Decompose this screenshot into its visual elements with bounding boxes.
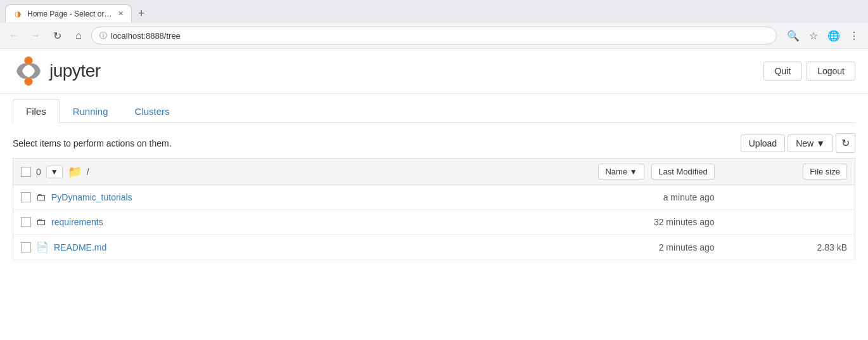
logout-button[interactable]: Logout bbox=[807, 62, 855, 81]
name-sort-button[interactable]: Name ▼ bbox=[598, 164, 644, 180]
svg-point-1 bbox=[25, 77, 33, 86]
refresh-button[interactable]: ↻ bbox=[836, 133, 855, 153]
sort-down-icon: ▼ bbox=[630, 167, 637, 176]
upload-button[interactable]: Upload bbox=[741, 134, 785, 152]
file-link[interactable]: requirements bbox=[51, 217, 103, 227]
new-button[interactable]: New ▼ bbox=[788, 134, 833, 152]
folder-icon: 🗀 bbox=[36, 216, 46, 228]
table-row: 📄 README.md 2 minutes ago 2.83 kB bbox=[13, 235, 855, 260]
file-checkbox[interactable] bbox=[21, 192, 31, 202]
bookmark-button[interactable]: ☆ bbox=[805, 27, 822, 44]
url-bar[interactable]: ⓘ localhost:8888/tree bbox=[91, 27, 777, 44]
reload-button[interactable]: ↻ bbox=[48, 27, 66, 44]
file-modified: 32 minutes ago bbox=[501, 210, 722, 235]
forward-button[interactable]: → bbox=[27, 27, 44, 44]
profile-button[interactable]: 🌐 bbox=[825, 27, 843, 44]
svg-point-0 bbox=[25, 56, 33, 65]
select-all-checkbox[interactable] bbox=[21, 167, 31, 177]
browser-chrome: ◑ Home Page - Select or create ✕ + ← → ↻… bbox=[0, 0, 868, 49]
tab-favicon-icon: ◑ bbox=[13, 10, 22, 18]
current-folder-icon: 📁 bbox=[68, 165, 82, 179]
jupyter-logo-text: jupyter bbox=[49, 61, 101, 81]
table-row: 🗀 PyDynamic_tutorials a minute ago bbox=[13, 185, 855, 210]
tab-running[interactable]: Running bbox=[60, 99, 122, 123]
home-button[interactable]: ⌂ bbox=[70, 27, 87, 44]
col-modified-label: Last Modified bbox=[658, 167, 707, 176]
main-content: Files Running Clusters Select items to p… bbox=[0, 94, 868, 260]
toolbar: Select items to perform actions on them.… bbox=[13, 133, 855, 153]
item-count: 0 bbox=[36, 167, 41, 177]
tabs-bar: Files Running Clusters bbox=[13, 94, 855, 123]
tab-bar: ◑ Home Page - Select or create ✕ + bbox=[0, 0, 868, 23]
file-size: 2.83 kB bbox=[722, 235, 855, 260]
tab-close-icon[interactable]: ✕ bbox=[118, 10, 124, 18]
file-size bbox=[722, 210, 855, 235]
browser-tab[interactable]: ◑ Home Page - Select or create ✕ bbox=[5, 4, 132, 22]
tab-clusters[interactable]: Clusters bbox=[122, 99, 183, 123]
item-count-dropdown[interactable]: ▼ bbox=[46, 166, 63, 178]
jupyter-header: jupyter Quit Logout bbox=[0, 49, 868, 94]
jupyter-logo: jupyter bbox=[13, 55, 101, 87]
col-name-label: Name bbox=[605, 167, 627, 176]
address-bar: ← → ↻ ⌂ ⓘ localhost:8888/tree 🔍 ☆ 🌐 ⋮ bbox=[0, 23, 868, 48]
menu-button[interactable]: ⋮ bbox=[845, 27, 863, 44]
back-button[interactable]: ← bbox=[5, 27, 23, 44]
header-buttons: Quit Logout bbox=[763, 62, 855, 81]
toolbar-right: Upload New ▼ ↻ bbox=[741, 133, 855, 153]
file-modified: a minute ago bbox=[501, 185, 722, 210]
tab-files[interactable]: Files bbox=[13, 99, 60, 123]
file-row-left: 🗀 PyDynamic_tutorials bbox=[21, 192, 493, 203]
file-link[interactable]: PyDynamic_tutorials bbox=[51, 192, 132, 202]
file-table: 0 ▼ 📁 / Name ▼ Last Modified bbox=[13, 158, 855, 260]
file-row-left: 📄 README.md bbox=[21, 241, 493, 253]
zoom-button[interactable]: 🔍 bbox=[784, 27, 802, 44]
lock-icon: ⓘ bbox=[99, 30, 107, 41]
file-size-sort-button[interactable]: File size bbox=[803, 164, 847, 180]
file-icon: 📄 bbox=[36, 241, 49, 253]
file-modified: 2 minutes ago bbox=[501, 235, 722, 260]
jupyter-logo-icon bbox=[13, 55, 44, 87]
col-size-label: File size bbox=[810, 167, 840, 176]
file-size bbox=[722, 185, 855, 210]
table-row: 🗀 requirements 32 minutes ago bbox=[13, 210, 855, 235]
file-table-header: 0 ▼ 📁 / Name ▼ Last Modified bbox=[13, 159, 855, 185]
file-row-left: 🗀 requirements bbox=[21, 216, 493, 228]
last-modified-sort-button[interactable]: Last Modified bbox=[651, 164, 714, 180]
new-tab-button[interactable]: + bbox=[134, 7, 149, 20]
file-checkbox[interactable] bbox=[21, 242, 31, 252]
new-dropdown-arrow: ▼ bbox=[816, 138, 825, 148]
file-link[interactable]: README.md bbox=[54, 242, 106, 252]
browser-actions: 🔍 ☆ 🌐 ⋮ bbox=[784, 27, 863, 44]
file-checkbox[interactable] bbox=[21, 217, 31, 227]
quit-button[interactable]: Quit bbox=[763, 62, 801, 81]
breadcrumb: / bbox=[87, 167, 89, 177]
tab-title: Home Page - Select or create bbox=[27, 10, 113, 18]
folder-icon: 🗀 bbox=[36, 192, 46, 203]
url-text: localhost:8888/tree bbox=[111, 31, 181, 41]
header-left: 0 ▼ 📁 / bbox=[21, 165, 493, 179]
select-items-text: Select items to perform actions on them. bbox=[13, 138, 172, 148]
